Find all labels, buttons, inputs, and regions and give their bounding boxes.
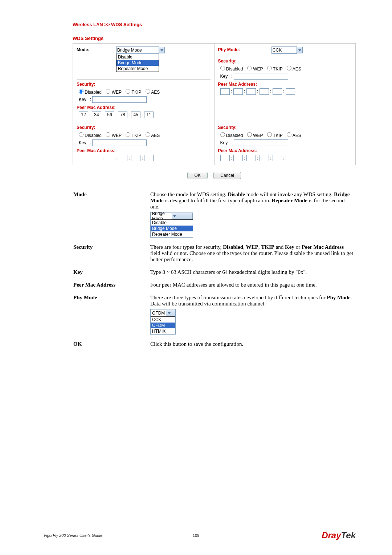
- mac-field[interactable]: [92, 112, 101, 118]
- peer-mac-label: Peer Mac Address:: [77, 105, 211, 110]
- mac-field[interactable]: [131, 155, 140, 161]
- desc-label-ok: OK: [73, 338, 150, 350]
- radio-tkip[interactable]: TKIP: [267, 66, 283, 72]
- security-label: Security:: [77, 125, 211, 130]
- desc-text-peer: Four peer MAC addresses are allowed to b…: [150, 279, 355, 291]
- security-radios: Disabled WEP TKIP AES: [79, 132, 211, 138]
- peer-mac-label: Peer Mac Address:: [218, 82, 352, 87]
- radio-aes[interactable]: AES: [146, 133, 160, 138]
- dd-selected: Bridge Mode: [151, 211, 172, 221]
- desc-text-mode: Choose the mode for WDS setting. Disable…: [150, 189, 355, 240]
- radio-tkip[interactable]: TKIP: [267, 133, 283, 138]
- peer-mac-label: Peer Mac Address:: [77, 148, 211, 153]
- key-label: Key: [79, 140, 86, 145]
- radio-disabled[interactable]: Disabled: [220, 66, 243, 72]
- dd-option: HTMIX: [151, 328, 175, 334]
- phy-dropdown-illustration: OFDM CCK OFDM HTMIX: [150, 309, 176, 335]
- desc-text-ok: Click this button to save the configurat…: [150, 338, 355, 350]
- desc-label-mode: Mode: [73, 189, 150, 240]
- mac-field[interactable]: [105, 112, 114, 118]
- mac-field[interactable]: [273, 155, 282, 161]
- security-radios: Disabled WEP TKIP AES: [79, 89, 211, 95]
- page-footer: VigorFly 200 Series User's Guide 109 Dra…: [0, 530, 392, 540]
- mac-field[interactable]: [260, 88, 269, 95]
- mode-option[interactable]: Bridge Mode: [117, 60, 159, 66]
- footer-page-number: 109: [193, 533, 199, 538]
- button-row: OK Cancel: [73, 172, 356, 179]
- mac-field[interactable]: [246, 155, 256, 161]
- dd-option: Disable: [151, 220, 193, 226]
- security-label: Security:: [218, 125, 352, 130]
- radio-disabled[interactable]: Disabled: [79, 90, 102, 95]
- radio-wep[interactable]: WEP: [247, 66, 263, 72]
- key-label: Key: [220, 74, 228, 79]
- mac-field[interactable]: [118, 155, 127, 161]
- chevron-down-icon: [166, 310, 175, 316]
- desc-text-key: Type 8 ~ 63 ASCII characters or 64 hexad…: [150, 266, 355, 278]
- peer-mac-inputs: : : : : :: [220, 88, 352, 95]
- cancel-button[interactable]: Cancel: [213, 172, 241, 179]
- security-label: Security:: [218, 58, 352, 64]
- desc-label-peer: Peer Mac Address: [73, 279, 150, 291]
- mac-field[interactable]: [105, 155, 114, 161]
- security-label: Security:: [77, 82, 211, 87]
- key-input[interactable]: [92, 139, 147, 146]
- mac-field[interactable]: [246, 88, 256, 95]
- breadcrumb-text: Wireless LAN >> WDS Settings: [73, 22, 142, 27]
- dd-option: CCK: [151, 317, 175, 323]
- desc-label-security: Security: [73, 241, 150, 266]
- phy-select-value[interactable]: [271, 46, 297, 54]
- desc-label-key: Key: [73, 266, 150, 278]
- ok-button[interactable]: OK: [187, 172, 207, 179]
- mac-field[interactable]: [131, 112, 140, 118]
- mode-option[interactable]: Disable: [117, 54, 159, 60]
- mode-select-value[interactable]: [116, 46, 159, 54]
- mac-field[interactable]: [273, 88, 282, 95]
- radio-aes[interactable]: AES: [146, 90, 160, 95]
- wds-settings-table: Mode: Disable Bridge Mode Repeater Mode …: [73, 43, 356, 165]
- mac-field[interactable]: [79, 112, 88, 118]
- mac-field[interactable]: [220, 88, 230, 95]
- breadcrumb: Wireless LAN >> WDS Settings: [73, 22, 356, 29]
- wds-settings-title: WDS Settings: [73, 36, 356, 41]
- mode-dropdown-illustration: Bridge Mode Disable Bridge Mode Repeater…: [150, 212, 193, 238]
- chevron-down-icon[interactable]: [159, 47, 165, 53]
- key-input[interactable]: [92, 96, 147, 103]
- key-input[interactable]: [234, 73, 288, 80]
- radio-wep[interactable]: WEP: [106, 90, 122, 95]
- mac-field[interactable]: [286, 88, 295, 95]
- mac-field[interactable]: [144, 112, 154, 118]
- radio-tkip[interactable]: TKIP: [126, 90, 141, 95]
- radio-disabled[interactable]: Disabled: [79, 133, 102, 138]
- phy-select[interactable]: [271, 46, 303, 54]
- mac-field[interactable]: [118, 112, 127, 118]
- radio-disabled[interactable]: Disabled: [220, 133, 243, 138]
- mac-field[interactable]: [79, 155, 88, 161]
- chevron-down-icon[interactable]: [297, 47, 303, 53]
- mac-field[interactable]: [144, 155, 154, 161]
- radio-aes[interactable]: AES: [287, 133, 301, 138]
- radio-wep[interactable]: WEP: [106, 133, 122, 138]
- radio-aes[interactable]: AES: [287, 66, 301, 72]
- radio-tkip[interactable]: TKIP: [126, 133, 141, 138]
- key-label: Key: [220, 140, 228, 145]
- desc-text-phy: There are three types of transmission ra…: [150, 292, 355, 337]
- mac-field[interactable]: [260, 155, 269, 161]
- mode-select[interactable]: Disable Bridge Mode Repeater Mode: [116, 46, 165, 54]
- mac-field[interactable]: [233, 88, 243, 95]
- footer-left: VigorFly 200 Series User's Guide: [44, 533, 102, 538]
- key-input[interactable]: [234, 139, 288, 146]
- peer-mac-inputs: : : : : :: [79, 112, 211, 118]
- mac-field[interactable]: [233, 155, 243, 161]
- desc-text-security: There are four types for security, Disab…: [150, 241, 355, 266]
- mac-field[interactable]: [92, 155, 101, 161]
- mode-option[interactable]: Repeater Mode: [117, 66, 159, 72]
- mode-dropdown-list[interactable]: Disable Bridge Mode Repeater Mode: [116, 54, 159, 72]
- security-radios: Disabled WEP TKIP AES: [220, 132, 352, 138]
- description-table: Mode Choose the mode for WDS setting. Di…: [73, 188, 356, 351]
- mac-field[interactable]: [220, 155, 230, 161]
- dd-option: Bridge Mode: [151, 226, 193, 231]
- chevron-down-icon: [172, 213, 193, 219]
- mac-field[interactable]: [286, 155, 295, 161]
- radio-wep[interactable]: WEP: [247, 133, 263, 138]
